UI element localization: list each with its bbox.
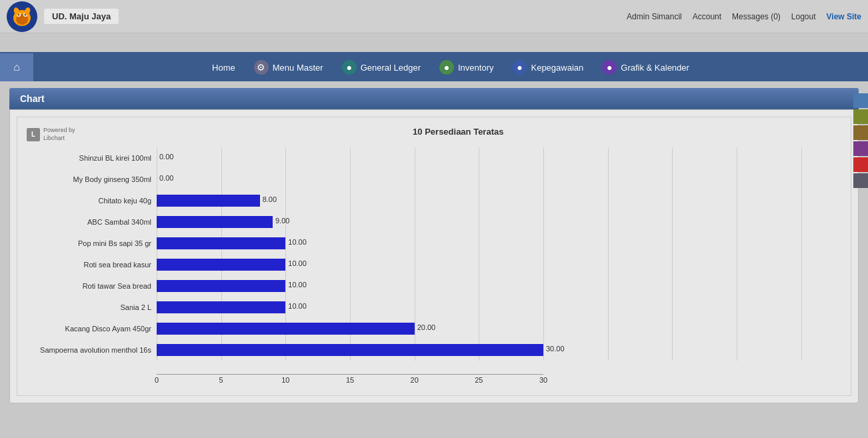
- grafik-icon: ●: [602, 60, 617, 75]
- color-swatch[interactable]: [853, 109, 868, 124]
- nav-bar: ⌂ Home ⚙ Menu Master ● General Ledger ● …: [0, 53, 868, 81]
- bar-fill: [157, 323, 415, 335]
- kepegawaian-icon: ●: [512, 60, 527, 75]
- chart-title: 10 Persediaan Teratas: [75, 127, 841, 137]
- bar-fill: [157, 259, 285, 271]
- bar-row: Chitato keju 40g8.00: [27, 190, 841, 211]
- bar-value-label: 10.00: [288, 302, 307, 310]
- bar-row: Sampoerna avolution menthol 16s30.00: [27, 339, 841, 361]
- bar-label: Sania 2 L: [27, 303, 157, 311]
- kepegawaian-label: Kepegawaian: [531, 63, 583, 73]
- nav-item-general-ledger[interactable]: ● General Ledger: [333, 53, 430, 81]
- color-swatch[interactable]: [853, 173, 868, 188]
- messages-link[interactable]: Messages (0): [732, 12, 781, 21]
- bar-area: 9.00: [157, 211, 841, 233]
- section-title: Chart: [9, 88, 859, 109]
- site-name: UD. Maju Jaya: [44, 9, 119, 24]
- x-tick-label: 30: [539, 376, 547, 384]
- logo: [7, 1, 37, 32]
- color-swatch[interactable]: [853, 125, 868, 140]
- chart-wrapper: L Powered byLibchart 10 Persediaan Terat…: [9, 109, 859, 403]
- bar-label: Pop mini Bs sapi 35 gr: [27, 239, 157, 247]
- bar-fill: [157, 195, 260, 207]
- home-label: Home: [212, 63, 235, 73]
- general-ledger-label: General Ledger: [361, 63, 421, 73]
- bar-area: 0.00: [157, 169, 841, 190]
- bar-value-label: 10.00: [288, 281, 307, 289]
- bar-value-label: 10.00: [288, 238, 307, 246]
- bar-chart-container: Shinzui BL kirei 100ml0.00My Body ginsen…: [27, 147, 841, 386]
- x-tick-label: 0: [155, 376, 159, 384]
- bar-value-label: 20.00: [417, 323, 436, 331]
- libchart-icon: L: [27, 128, 40, 141]
- nav-items: Home ⚙ Menu Master ● General Ledger ● In…: [33, 53, 868, 81]
- bar-row: My Body ginseng 350ml0.00: [27, 169, 841, 190]
- menu-master-label: Menu Master: [273, 63, 323, 73]
- bar-row: ABC Sambal 340ml9.00: [27, 211, 841, 233]
- bar-value-label: 0.00: [159, 153, 173, 161]
- bar-area: 10.00: [157, 233, 841, 254]
- bar-area: 30.00: [157, 339, 841, 361]
- bar-label: ABC Sambal 340ml: [27, 218, 157, 226]
- x-tick-label: 25: [475, 376, 483, 384]
- bar-row: Shinzui BL kirei 100ml0.00: [27, 147, 841, 169]
- nav-item-kepegawaian[interactable]: ● Kepegawaian: [503, 53, 593, 81]
- general-ledger-icon: ●: [342, 60, 357, 75]
- gear-icon: ⚙: [254, 60, 269, 75]
- bar-value-label: 9.00: [275, 217, 289, 225]
- x-tick-label: 5: [219, 376, 223, 384]
- bar-area: 10.00: [157, 254, 841, 275]
- bar-label: Shinzui BL kirei 100ml: [27, 154, 157, 162]
- bar-area: 20.00: [157, 318, 841, 339]
- libchart-logo: L Powered byLibchart: [27, 127, 75, 142]
- color-swatch[interactable]: [853, 141, 868, 156]
- bar-chart: Shinzui BL kirei 100ml0.00My Body ginsen…: [27, 147, 841, 374]
- bar-label: Chitato keju 40g: [27, 197, 157, 205]
- color-swatch[interactable]: [853, 93, 868, 108]
- top-nav: Admin Simancil Account Messages (0) Logo…: [627, 12, 861, 21]
- bar-value-label: 0.00: [159, 174, 173, 182]
- top-bar: UD. Maju Jaya Admin Simancil Account Mes…: [0, 0, 868, 33]
- bar-fill: [157, 301, 285, 313]
- bar-value-label: 8.00: [263, 195, 277, 203]
- bar-fill: [157, 280, 285, 292]
- nav-home-button[interactable]: ⌂: [0, 53, 33, 81]
- bar-row: Pop mini Bs sapi 35 gr10.00: [27, 233, 841, 254]
- libchart-text: Powered byLibchart: [43, 127, 75, 142]
- bar-label: Roti tawar Sea bread: [27, 282, 157, 290]
- nav-item-grafik[interactable]: ● Grafik & Kalender: [593, 53, 699, 81]
- chart-header: L Powered byLibchart 10 Persediaan Terat…: [27, 127, 841, 142]
- inventory-icon: ●: [439, 60, 454, 75]
- bar-area: 8.00: [157, 190, 841, 211]
- x-tick-label: 15: [346, 376, 354, 384]
- bar-label: Roti sea bread kasur: [27, 261, 157, 269]
- admin-label: Admin Simancil: [627, 12, 682, 21]
- bar-area: 10.00: [157, 275, 841, 297]
- bar-value-label: 30.00: [546, 345, 565, 353]
- bar-label: Kacang Disco Ayam 450gr: [27, 325, 157, 333]
- bar-area: 10.00: [157, 297, 841, 318]
- view-site-link[interactable]: View Site: [827, 12, 861, 21]
- bar-fill: [157, 216, 273, 228]
- bar-row: Roti tawar Sea bread10.00: [27, 275, 841, 297]
- bar-area: 0.00: [157, 147, 841, 169]
- nav-item-menu-master[interactable]: ⚙ Menu Master: [245, 53, 333, 81]
- chart-inner: L Powered byLibchart 10 Persediaan Terat…: [17, 117, 851, 396]
- x-tick-label: 10: [281, 376, 289, 384]
- inventory-label: Inventory: [458, 63, 493, 73]
- bar-label: Sampoerna avolution menthol 16s: [27, 346, 157, 354]
- nav-item-inventory[interactable]: ● Inventory: [430, 53, 503, 81]
- bar-fill: [157, 237, 285, 249]
- bar-label: My Body ginseng 350ml: [27, 175, 157, 183]
- bar-fill: [157, 344, 543, 356]
- grafik-label: Grafik & Kalender: [621, 63, 689, 73]
- x-tick-label: 20: [411, 376, 419, 384]
- nav-item-home[interactable]: Home: [203, 53, 245, 81]
- bar-row: Sania 2 L10.00: [27, 297, 841, 318]
- bar-row: Roti sea bread kasur10.00: [27, 254, 841, 275]
- color-swatch[interactable]: [853, 157, 868, 172]
- subheader: [0, 33, 868, 53]
- logout-link[interactable]: Logout: [791, 12, 816, 21]
- account-link[interactable]: Account: [693, 12, 721, 21]
- color-swatches: [853, 93, 868, 188]
